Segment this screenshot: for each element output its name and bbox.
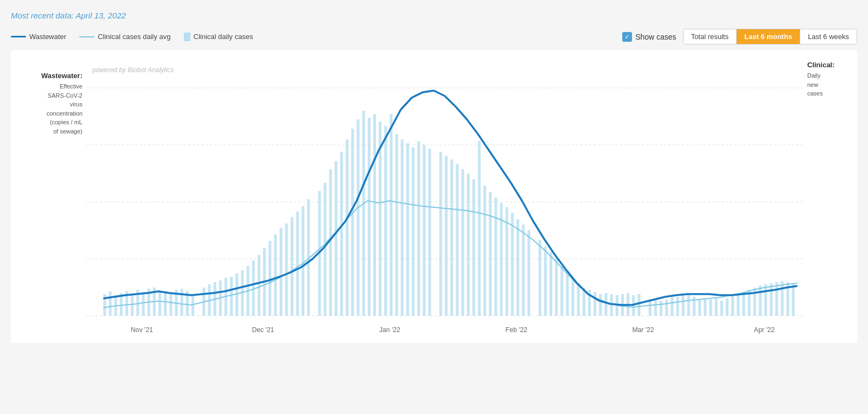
svg-rect-72 <box>401 139 404 316</box>
y-left-title: Wastewater: <box>41 72 82 80</box>
legend-clinical-daily: Clinical daily cases <box>184 33 253 41</box>
svg-rect-134 <box>759 285 762 316</box>
clinical-avg-label: Clinical cases daily avg <box>98 33 170 41</box>
svg-rect-70 <box>390 114 392 316</box>
chart-wrapper: Wastewater: EffectiveSARS-CoV-2virusconc… <box>11 50 857 343</box>
svg-rect-119 <box>676 297 679 316</box>
svg-rect-84 <box>473 179 475 316</box>
svg-rect-117 <box>665 300 668 316</box>
svg-rect-27 <box>142 292 145 316</box>
svg-rect-105 <box>593 292 596 316</box>
svg-rect-59 <box>329 169 332 316</box>
svg-rect-58 <box>324 183 327 316</box>
svg-rect-55 <box>302 206 304 316</box>
svg-rect-31 <box>164 291 167 316</box>
svg-rect-87 <box>489 192 492 316</box>
svg-rect-135 <box>764 284 767 316</box>
svg-rect-127 <box>720 301 723 316</box>
svg-rect-83 <box>467 174 470 316</box>
svg-rect-138 <box>781 281 783 316</box>
svg-rect-71 <box>395 134 398 316</box>
time-range-buttons: Total results Last 6 months Last 6 weeks <box>683 29 857 44</box>
svg-rect-91 <box>511 213 514 316</box>
svg-rect-92 <box>516 219 519 316</box>
controls-right: ✓ Show cases Total results Last 6 months… <box>622 29 857 44</box>
svg-rect-121 <box>687 294 690 316</box>
clinical-daily-bar-icon <box>184 33 190 41</box>
legend: Wastewater Clinical cases daily avg Clin… <box>11 33 253 41</box>
svg-rect-115 <box>654 298 657 316</box>
page-title: Most recent data: April 13, 2022 <box>11 11 857 20</box>
svg-text:Apr '22: Apr '22 <box>754 326 775 334</box>
svg-text:Nov '21: Nov '21 <box>131 326 153 334</box>
chart-container: Wastewater: EffectiveSARS-CoV-2virusconc… <box>11 50 857 343</box>
svg-rect-106 <box>599 294 602 316</box>
svg-rect-64 <box>357 119 360 316</box>
svg-rect-81 <box>456 164 458 316</box>
svg-rect-99 <box>560 266 563 316</box>
last-6-weeks-button[interactable]: Last 6 weeks <box>800 29 857 44</box>
show-cases-text: Show cases <box>635 33 676 41</box>
svg-rect-66 <box>368 118 371 316</box>
svg-rect-78 <box>439 152 442 316</box>
svg-rect-131 <box>742 292 745 316</box>
svg-rect-136 <box>770 283 773 316</box>
svg-rect-63 <box>351 129 354 316</box>
svg-rect-60 <box>335 161 337 316</box>
legend-clinical-avg: Clinical cases daily avg <box>79 33 170 41</box>
last-6-months-button[interactable]: Last 6 months <box>737 29 800 44</box>
svg-rect-129 <box>731 296 734 316</box>
svg-text:Mar '22: Mar '22 <box>632 326 654 334</box>
svg-rect-124 <box>704 298 706 316</box>
clinical-daily-label: Clinical daily cases <box>194 33 253 41</box>
svg-rect-43 <box>235 273 238 316</box>
svg-rect-130 <box>737 294 739 316</box>
svg-rect-62 <box>346 139 348 316</box>
svg-text:Jan '22: Jan '22 <box>379 326 400 334</box>
svg-rect-120 <box>682 295 685 316</box>
svg-rect-61 <box>340 152 343 316</box>
total-results-button[interactable]: Total results <box>684 29 737 44</box>
controls-row: Wastewater Clinical cases daily avg Clin… <box>11 29 857 44</box>
wastewater-label: Wastewater <box>29 33 66 41</box>
svg-rect-74 <box>412 148 414 316</box>
svg-rect-126 <box>715 298 718 316</box>
clinical-avg-line-icon <box>79 36 94 37</box>
y-left-subtitle: EffectiveSARS-CoV-2virusconcentration(co… <box>41 82 82 136</box>
svg-rect-98 <box>555 259 558 316</box>
svg-rect-102 <box>577 283 580 316</box>
svg-rect-97 <box>550 252 552 316</box>
svg-rect-67 <box>373 114 376 316</box>
svg-rect-51 <box>279 228 282 316</box>
biobot-watermark: powered by Biobot Analytics <box>92 66 174 74</box>
y-right-title: Clinical: <box>807 61 857 69</box>
svg-rect-49 <box>269 241 271 316</box>
wastewater-line-icon <box>11 36 26 37</box>
y-right-subtitle: Dailynewcases <box>807 71 857 98</box>
svg-text:Feb '22: Feb '22 <box>506 326 527 334</box>
svg-rect-85 <box>478 141 481 316</box>
svg-rect-94 <box>527 230 530 316</box>
svg-rect-82 <box>461 169 464 316</box>
svg-rect-95 <box>539 240 541 316</box>
svg-rect-113 <box>637 294 640 316</box>
svg-rect-47 <box>258 255 260 316</box>
svg-rect-114 <box>649 300 652 316</box>
svg-rect-100 <box>566 272 569 316</box>
show-cases-toggle[interactable]: ✓ Show cases <box>622 32 676 42</box>
svg-text:Dec '21: Dec '21 <box>252 326 274 334</box>
svg-rect-42 <box>230 277 233 316</box>
svg-rect-128 <box>726 298 729 316</box>
svg-rect-80 <box>450 160 453 316</box>
svg-rect-65 <box>362 111 365 316</box>
svg-rect-101 <box>572 279 575 316</box>
svg-rect-21 <box>109 291 112 316</box>
y-axis-left: Wastewater: EffectiveSARS-CoV-2virusconc… <box>11 55 87 337</box>
svg-rect-34 <box>181 289 183 316</box>
svg-rect-54 <box>296 212 299 316</box>
svg-rect-140 <box>792 283 795 316</box>
show-cases-checkbox[interactable]: ✓ <box>622 32 632 42</box>
svg-rect-50 <box>274 234 277 316</box>
svg-rect-30 <box>158 290 161 316</box>
svg-rect-93 <box>522 225 525 316</box>
